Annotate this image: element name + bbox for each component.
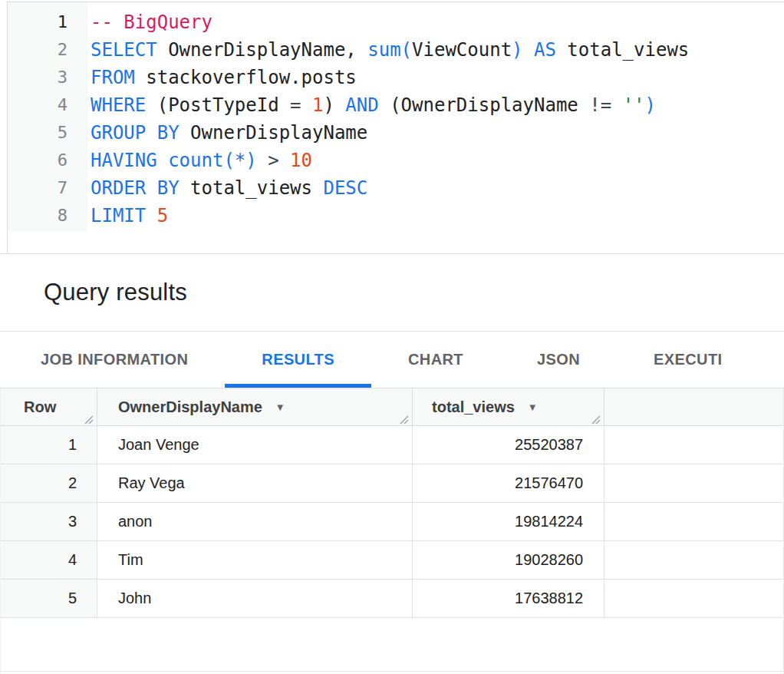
table-row: 2Ray Vega21576470 <box>1 464 783 503</box>
code-line[interactable]: LIMIT 5 <box>91 202 784 230</box>
code-token: 10 <box>290 150 312 171</box>
code-token: ORDER BY <box>91 177 180 199</box>
code-token: HAVING <box>91 150 157 171</box>
code-token: (OwnerDisplayName <box>379 94 590 116</box>
code-token: ) <box>512 39 522 61</box>
line-number: 5 <box>8 119 87 147</box>
cell-row-number: 2 <box>1 464 97 502</box>
code-token <box>611 94 622 116</box>
code-token <box>257 150 268 171</box>
tab-json[interactable]: JSON <box>500 332 617 388</box>
table-row: 3anon19814224 <box>1 503 783 541</box>
cell-filler <box>604 503 783 540</box>
code-token: WHERE <box>91 94 146 116</box>
code-line[interactable]: ORDER BY total_views DESC <box>91 174 784 202</box>
code-token: > <box>268 150 278 171</box>
sql-editor[interactable]: 12345678 -- BigQuerySELECT OwnerDisplayN… <box>7 2 784 253</box>
line-number: 6 <box>8 147 87 174</box>
line-number: 2 <box>8 36 87 64</box>
column-sort-dropdown-icon[interactable]: ▼ <box>275 402 285 412</box>
code-token: 5 <box>157 205 168 226</box>
code-token: sum( <box>367 39 412 61</box>
results-table: RowOwnerDisplayName▼total_views▼ 1Joan V… <box>0 388 784 674</box>
line-number: 1 <box>8 8 87 36</box>
cell-owner-display-name: Tim <box>97 541 413 579</box>
tab-executi[interactable]: EXECUTI <box>617 332 759 388</box>
column-resize-handle-icon[interactable] <box>590 411 601 423</box>
code-line[interactable]: FROM stackoverflow.posts <box>91 64 784 91</box>
cell-total-views: 17638812 <box>413 580 604 617</box>
column-resize-handle-icon[interactable] <box>83 411 94 423</box>
results-table-body: 1Joan Venge255203872Ray Vega215764703ano… <box>1 426 783 618</box>
code-token: = <box>290 94 301 116</box>
table-row: 1Joan Venge25520387 <box>1 426 783 464</box>
cell-row-number: 4 <box>1 541 97 579</box>
code-token <box>523 39 534 61</box>
cell-owner-display-name: Ray Vega <box>97 464 413 502</box>
code-token: LIMIT <box>91 205 146 226</box>
code-line[interactable]: GROUP BY OwnerDisplayName <box>91 119 784 147</box>
code-token: 1 <box>312 94 323 116</box>
code-token: SELECT <box>91 39 157 61</box>
code-line[interactable]: -- BigQuery <box>91 8 784 36</box>
column-header-row: Row <box>1 388 97 425</box>
tab-job-information[interactable]: JOB INFORMATION <box>4 332 225 388</box>
code-token: GROUP BY <box>91 122 180 144</box>
cell-total-views: 19028260 <box>413 541 604 579</box>
panel-bottom-divider <box>0 671 784 672</box>
results-table-header: RowOwnerDisplayName▼total_views▼ <box>1 388 783 426</box>
table-row: 4Tim19028260 <box>1 541 783 580</box>
code-token: OwnerDisplayName <box>180 122 368 144</box>
code-token <box>301 94 312 116</box>
query-editor-panel: 12345678 -- BigQuerySELECT OwnerDisplayN… <box>0 0 784 254</box>
column-sort-dropdown-icon[interactable]: ▼ <box>528 402 538 412</box>
cell-total-views: 21576470 <box>413 464 604 502</box>
code-token: total_views <box>556 39 689 61</box>
code-token: != <box>589 94 611 116</box>
cell-filler <box>604 580 783 617</box>
cell-owner-display-name: Joan Venge <box>97 426 413 464</box>
editor-gutter: 12345678 <box>8 2 87 253</box>
code-token: OwnerDisplayName, <box>157 39 368 61</box>
code-token: DESC <box>323 177 367 199</box>
code-token: count(*) <box>168 150 257 171</box>
code-line[interactable]: SELECT OwnerDisplayName, sum(ViewCount) … <box>91 36 784 64</box>
query-results-header: Query results <box>0 254 784 332</box>
code-token: ) <box>323 94 345 116</box>
code-token: '' <box>623 94 645 116</box>
cell-filler <box>604 426 783 464</box>
results-tab-bar: JOB INFORMATIONRESULTSCHARTJSONEXECUTI <box>0 332 784 388</box>
cell-row-number: 3 <box>1 503 97 540</box>
code-token: total_views <box>180 177 324 199</box>
code-token: ViewCount <box>412 39 512 61</box>
cell-filler <box>604 464 783 502</box>
code-token: FROM <box>91 67 135 88</box>
code-line[interactable]: WHERE (PostTypeId = 1) AND (OwnerDisplay… <box>91 91 784 119</box>
tab-results[interactable]: RESULTS <box>225 332 371 388</box>
code-token: AND <box>345 94 378 116</box>
column-header-label: Row <box>24 398 56 416</box>
cell-total-views: 19814224 <box>413 503 604 540</box>
code-token <box>146 205 156 226</box>
line-number: 4 <box>8 91 87 119</box>
sql-editor-code[interactable]: -- BigQuerySELECT OwnerDisplayName, sum(… <box>87 2 784 253</box>
tab-chart[interactable]: CHART <box>371 332 500 388</box>
table-row: 5John17638812 <box>1 580 783 618</box>
code-token: AS <box>534 39 556 61</box>
code-line[interactable]: HAVING count(*) > 10 <box>91 147 784 174</box>
cell-owner-display-name: John <box>97 580 413 617</box>
line-number: 3 <box>8 64 87 91</box>
column-header-label: OwnerDisplayName <box>118 398 262 416</box>
column-header-ownerdisplayname: OwnerDisplayName▼ <box>97 388 413 425</box>
code-token <box>279 150 290 171</box>
column-header-filler <box>604 388 783 425</box>
cell-total-views: 25520387 <box>413 426 604 464</box>
column-header-label: total_views <box>432 398 515 416</box>
line-number: 7 <box>8 174 87 202</box>
code-token: -- BigQuery <box>91 12 212 33</box>
editor-gutter-numbers: 12345678 <box>8 2 87 231</box>
page-title: Query results <box>44 279 187 306</box>
column-resize-handle-icon[interactable] <box>398 411 410 423</box>
code-token <box>157 150 168 171</box>
code-token: (PostTypeId <box>146 94 290 116</box>
